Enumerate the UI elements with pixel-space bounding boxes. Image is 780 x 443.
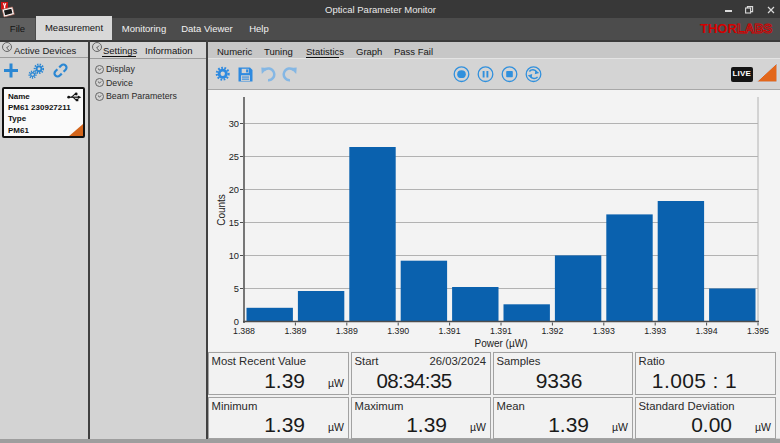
svg-text:1.389: 1.389 [336, 326, 358, 336]
svg-text:1.389: 1.389 [284, 326, 306, 336]
svg-text:5: 5 [234, 284, 239, 294]
svg-text:1.392: 1.392 [541, 326, 563, 336]
svg-text:1.388: 1.388 [233, 326, 255, 336]
svg-text:25: 25 [229, 152, 239, 162]
svg-text:1.391: 1.391 [490, 326, 512, 336]
svg-text:1.390: 1.390 [387, 326, 409, 336]
svg-text:1.394: 1.394 [696, 326, 718, 336]
svg-text:1.393: 1.393 [593, 326, 615, 336]
svg-text:Counts: Counts [216, 194, 227, 226]
svg-text:30: 30 [229, 119, 239, 129]
svg-text:1.391: 1.391 [439, 326, 461, 336]
svg-text:Power (µW): Power (µW) [475, 338, 528, 349]
svg-text:10: 10 [229, 251, 239, 261]
svg-text:15: 15 [229, 218, 239, 228]
svg-text:1.393: 1.393 [644, 326, 666, 336]
svg-text:1.395: 1.395 [747, 326, 769, 336]
svg-text:20: 20 [229, 185, 239, 195]
